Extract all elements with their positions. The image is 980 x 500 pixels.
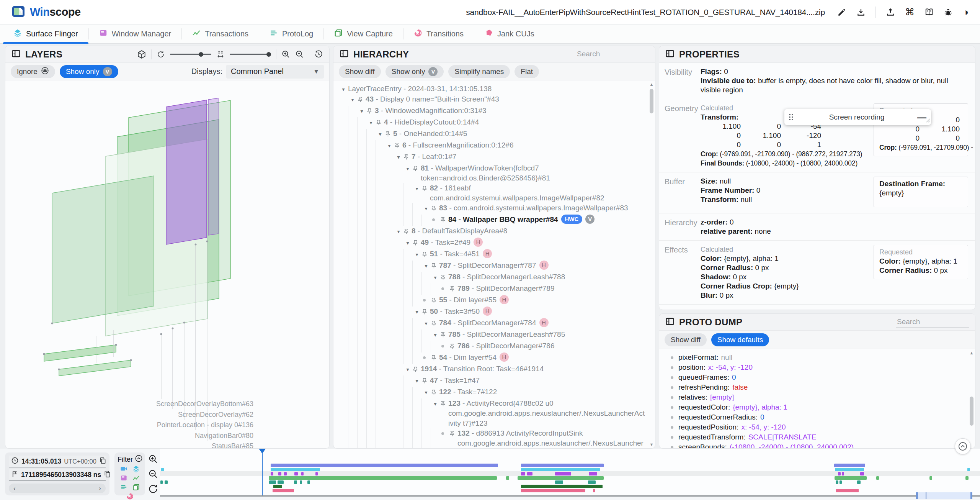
window-trace-icon[interactable] bbox=[120, 474, 127, 483]
simplify-names-button[interactable]: Simplify names bbox=[448, 65, 510, 78]
timeline-segment-protolog[interactable] bbox=[294, 480, 297, 484]
tree-node[interactable]: ▾4 - HideDisplayCutout:0:14#4 bbox=[339, 117, 649, 129]
pin-icon[interactable] bbox=[357, 94, 366, 106]
layer-name-label[interactable]: ScreenDecorOverlayBottom#63 bbox=[5, 399, 253, 410]
proto-property-row[interactable]: requestedCornerRadius:0 bbox=[671, 412, 969, 422]
reset-view-icon[interactable] bbox=[314, 50, 323, 59]
expand-arrow-icon[interactable]: ▾ bbox=[421, 318, 431, 328]
displays-dropdown[interactable]: Common Panel▼ bbox=[226, 65, 324, 79]
tree-node[interactable]: ▾82 - 181eabf com.android.systemui.wallp… bbox=[339, 183, 649, 203]
tree-node[interactable]: 789 - SplitDecorManager#789 bbox=[339, 284, 649, 295]
proto-property-row[interactable]: requestedColor:{empty}, alpha: 1 bbox=[671, 402, 969, 412]
timeline-segment-protolog[interactable] bbox=[588, 480, 596, 484]
tree-node[interactable]: 84 - Wallpaper BBQ wrapper#84HWCV bbox=[339, 215, 649, 226]
tree-node[interactable]: ▾1914 - Transition Root: Task=46#1914 bbox=[339, 364, 649, 375]
timeline-segment-transitions[interactable] bbox=[836, 489, 859, 492]
tree-node[interactable]: ▾6 - FullscreenMagnification:0:12#6 bbox=[339, 140, 649, 152]
tree-node[interactable]: ▾81 - WallpaperWindowToken{fcfbcd7 token… bbox=[339, 163, 649, 183]
timeline-zoom-out-button[interactable] bbox=[148, 469, 158, 479]
pin-icon[interactable] bbox=[431, 318, 439, 330]
expand-arrow-icon[interactable]: ▾ bbox=[412, 307, 421, 317]
pin-icon[interactable] bbox=[421, 249, 430, 261]
prev-frame-button[interactable]: ‹ bbox=[13, 485, 16, 492]
proto-show-defaults-button[interactable]: Show defaults bbox=[711, 333, 769, 346]
human-time-field[interactable]: 14:31:05.013 UTC+00:00 bbox=[9, 456, 106, 467]
pin-icon[interactable] bbox=[431, 295, 439, 307]
tree-node[interactable]: 786 - SplitDecorManager#786 bbox=[339, 341, 649, 352]
timeline-segment-screen-recording[interactable] bbox=[834, 464, 865, 467]
timeline-zoom-in-button[interactable] bbox=[148, 454, 158, 464]
timeline-segment-window-manager[interactable] bbox=[301, 472, 304, 475]
collapse-timeline-button[interactable] bbox=[955, 438, 971, 454]
tree-node[interactable]: ▾3 - WindowedMagnification:0:31#3 bbox=[339, 106, 649, 117]
hierarchy-search-input[interactable] bbox=[576, 48, 649, 60]
expand-arrow-icon[interactable]: ▾ bbox=[403, 238, 412, 248]
expand-arrow-icon[interactable]: ▾ bbox=[339, 84, 348, 94]
timeline-segment-screen-recording[interactable] bbox=[521, 464, 604, 467]
timeline-segment-window-manager[interactable] bbox=[842, 472, 844, 475]
timeline-segment-surface-flinger[interactable] bbox=[835, 468, 864, 471]
expand-arrow-icon[interactable]: ▾ bbox=[421, 261, 431, 271]
timeline-segment-protolog[interactable] bbox=[840, 480, 842, 484]
timeline-segment-transactions[interactable] bbox=[835, 476, 867, 480]
proto-property-row[interactable]: queuedFrames:0 bbox=[671, 372, 969, 382]
expand-arrow-icon[interactable]: ▾ bbox=[412, 375, 421, 386]
download-traces-button[interactable] bbox=[856, 8, 866, 17]
tree-node[interactable]: ▾7 - Leaf:0:1#7 bbox=[339, 152, 649, 163]
minimize-button[interactable]: — bbox=[917, 115, 926, 120]
pin-icon[interactable] bbox=[440, 330, 448, 341]
drag-handle-icon[interactable] bbox=[789, 114, 793, 120]
show-diff-button[interactable]: Show diff bbox=[339, 65, 381, 78]
timeline-segment-transactions[interactable] bbox=[929, 476, 932, 480]
expand-arrow-icon[interactable]: ▾ bbox=[394, 152, 403, 162]
collapse-filter-icon[interactable] bbox=[135, 454, 143, 464]
timeline-segment-surface-flinger[interactable] bbox=[521, 468, 600, 471]
expand-arrow-icon[interactable]: ▾ bbox=[357, 106, 366, 116]
timeline-segment-protolog[interactable] bbox=[300, 480, 302, 484]
ignore-button[interactable]: Ignore bbox=[11, 65, 55, 78]
cube-3d-icon[interactable] bbox=[137, 50, 146, 59]
proto-search-input[interactable] bbox=[896, 316, 969, 328]
pin-icon[interactable] bbox=[403, 152, 412, 163]
expand-arrow-icon[interactable]: ▾ bbox=[403, 163, 412, 174]
timeline-segment-view-capture[interactable] bbox=[521, 485, 603, 488]
dark-mode-toggle[interactable]: ◑ bbox=[963, 7, 969, 17]
documentation-button[interactable] bbox=[924, 8, 934, 17]
proto-property-row[interactable]: requestedPosition:x: -54, y: -120 bbox=[671, 422, 969, 432]
timeline-segment-surface-flinger[interactable] bbox=[271, 468, 320, 471]
tree-node[interactable]: ▾788 - SplitDecorManagerLeash#788 bbox=[339, 272, 649, 284]
timeline-segment-transactions[interactable] bbox=[876, 476, 879, 480]
timeline-cursor-handle[interactable] bbox=[259, 449, 266, 454]
timeline-segment-protolog[interactable] bbox=[836, 480, 838, 484]
pin-icon[interactable] bbox=[394, 140, 402, 152]
scrollbar-thumb[interactable] bbox=[970, 397, 973, 426]
tab-surface-flinger[interactable]: Surface Flinger bbox=[3, 25, 88, 43]
pin-icon[interactable] bbox=[431, 387, 439, 398]
proto-property-row[interactable]: pixelFormat:null bbox=[671, 352, 969, 362]
pin-icon[interactable] bbox=[412, 364, 421, 375]
pin-icon[interactable] bbox=[431, 203, 439, 215]
tab-protolog[interactable]: ProtoLog bbox=[259, 25, 323, 43]
swirl-trace-icon[interactable] bbox=[126, 493, 134, 500]
expand-arrow-icon[interactable]: ▾ bbox=[412, 249, 421, 259]
expand-arrow-icon[interactable]: ▾ bbox=[385, 140, 394, 151]
pin-icon[interactable] bbox=[449, 428, 457, 440]
timeline-scroll-track[interactable] bbox=[160, 495, 980, 497]
zoom-out-icon[interactable] bbox=[295, 50, 304, 59]
tree-node[interactable]: ▾49 - Task=2#49H bbox=[339, 238, 649, 249]
timeline-segment-protolog[interactable] bbox=[278, 480, 284, 484]
capture-trace-icon[interactable] bbox=[132, 484, 140, 492]
scrollbar-thumb[interactable] bbox=[650, 89, 653, 113]
proto-property-row[interactable]: position:x: -54, y: -120 bbox=[671, 362, 969, 372]
resize-handle[interactable] bbox=[926, 117, 930, 124]
timeline-canvas[interactable] bbox=[160, 449, 980, 495]
nanosecond-time-field[interactable]: 1711895465013903348 ns bbox=[9, 469, 106, 481]
tab-view-capture[interactable]: View Capture bbox=[324, 25, 403, 43]
timeline-segment-transitions[interactable] bbox=[593, 489, 595, 492]
proto-show-diff-button[interactable]: Show diff bbox=[665, 333, 707, 346]
panel-collapse-icon[interactable] bbox=[665, 49, 675, 60]
expand-arrow-icon[interactable]: ▾ bbox=[394, 226, 403, 236]
scroll-up-icon[interactable]: ▲ bbox=[969, 351, 974, 355]
frame-navigation[interactable]: ‹› bbox=[9, 484, 106, 493]
expand-arrow-icon[interactable]: ▾ bbox=[431, 330, 440, 340]
